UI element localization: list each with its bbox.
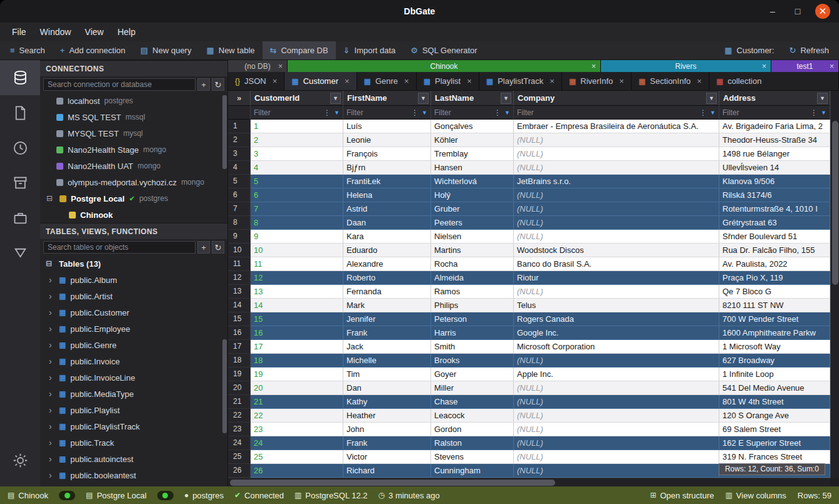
grid-cell[interactable]: Wichterlová bbox=[431, 175, 514, 188]
connections-search-input[interactable] bbox=[43, 78, 195, 91]
grid-cell[interactable]: 8 bbox=[251, 216, 343, 230]
grid-cell[interactable]: (NULL) bbox=[514, 464, 719, 478]
row-number[interactable]: 3 bbox=[228, 147, 251, 161]
grid-cell[interactable]: Bjƒrn bbox=[343, 161, 431, 175]
connections-scrollbar[interactable] bbox=[222, 95, 227, 169]
grid-cell[interactable]: (NULL) bbox=[514, 436, 719, 450]
add-table-icon-button[interactable]: + bbox=[197, 241, 210, 254]
grid-cell[interactable]: Banco do Brasil S.A. bbox=[514, 257, 719, 271]
table-item-public-customer[interactable]: ›▦public.Customer bbox=[40, 304, 227, 321]
grid-cell[interactable]: Philips bbox=[431, 299, 514, 312]
grid-cell[interactable]: Apple Inc. bbox=[514, 368, 719, 381]
table-item-public-autoinctest[interactable]: ›▦public.autoinctest bbox=[40, 451, 227, 467]
horizontal-scrollbar[interactable] bbox=[228, 478, 830, 486]
file-tab-playlisttrack[interactable]: ▦PlaylistTrack× bbox=[479, 72, 562, 90]
grid-cell[interactable]: FrantiŁek bbox=[343, 175, 431, 188]
connection-item[interactable]: MYSQL TESTmysql bbox=[40, 125, 227, 141]
chevron-right-icon[interactable]: › bbox=[49, 421, 55, 431]
file-tab-playlist[interactable]: ▦Playlist× bbox=[417, 72, 479, 90]
filter-input-lastname[interactable]: Filter⋮▼ bbox=[431, 106, 514, 120]
toolbar-import-data-button[interactable]: ⇓Import data bbox=[336, 41, 404, 59]
table-item-public-invoice[interactable]: ›▦public.Invoice bbox=[40, 353, 227, 369]
grid-cell[interactable]: 20 bbox=[251, 381, 343, 395]
grid-cell[interactable]: (NULL) bbox=[514, 285, 719, 299]
grid-cell[interactable]: 10 bbox=[251, 244, 343, 257]
grid-cell[interactable]: Daan bbox=[343, 216, 431, 230]
grid-cell[interactable]: Embraer - Empresa Brasileira de Aeronáut… bbox=[514, 120, 719, 133]
chevron-right-icon[interactable]: › bbox=[49, 405, 55, 415]
collapse-icon[interactable]: ⊟ bbox=[46, 194, 55, 203]
grid-cell[interactable]: (NULL) bbox=[514, 133, 719, 147]
grid-cell[interactable]: Smith bbox=[431, 340, 514, 354]
row-number[interactable]: 4 bbox=[228, 161, 251, 175]
file-tab-sectioninfo[interactable]: ▦SectionInfo× bbox=[632, 72, 709, 90]
grid-cell[interactable]: Martins bbox=[431, 244, 514, 257]
grid-cell[interactable]: (NULL) bbox=[514, 161, 719, 175]
table-item-public-track[interactable]: ›▦public.Track bbox=[40, 435, 227, 451]
row-number[interactable]: 17 bbox=[228, 340, 251, 354]
grid-cell[interactable]: (NULL) bbox=[514, 450, 719, 464]
chevron-down-icon[interactable]: ▼ bbox=[418, 93, 429, 104]
grid-cell[interactable]: Helena bbox=[343, 188, 431, 202]
minimize-button[interactable]: – bbox=[765, 4, 780, 19]
chevron-right-icon[interactable]: › bbox=[49, 389, 55, 399]
grid-cell[interactable]: Klanova 9/506 bbox=[719, 175, 830, 188]
grid-cell[interactable]: Peterson bbox=[431, 312, 514, 326]
filter-funnel-icon[interactable]: ▼ bbox=[334, 110, 340, 116]
grid-cell[interactable]: Theodor-Heuss-Straße 34 bbox=[719, 133, 830, 147]
grid-cell[interactable]: (NULL) bbox=[514, 216, 719, 230]
grid-cell[interactable]: John bbox=[343, 423, 431, 436]
grid-cell[interactable]: Luís bbox=[343, 120, 431, 133]
grid-cell[interactable]: 16 bbox=[251, 326, 343, 340]
grid-cell[interactable]: 26 bbox=[251, 464, 343, 478]
tables-search-input[interactable] bbox=[43, 241, 195, 254]
toolbar-sql-generator-button[interactable]: ⚙SQL Generator bbox=[403, 41, 484, 59]
row-number[interactable]: 8 bbox=[228, 216, 251, 230]
row-number[interactable]: 18 bbox=[228, 354, 251, 368]
statusbar-open-structure[interactable]: ⊞Open structure bbox=[650, 491, 714, 500]
grid-cell[interactable]: Köhler bbox=[431, 133, 514, 147]
toolbar-search-button[interactable]: ≡Search bbox=[3, 41, 53, 59]
filter-input-address[interactable]: Filter⋮▼ bbox=[719, 106, 830, 120]
row-number[interactable]: 12 bbox=[228, 271, 251, 285]
row-number[interactable]: 11 bbox=[228, 257, 251, 271]
close-icon[interactable]: × bbox=[404, 76, 409, 86]
row-number[interactable]: 10 bbox=[228, 244, 251, 257]
rail-archive-button[interactable] bbox=[0, 165, 40, 200]
grid-cell[interactable]: Rotenturmstraße 4, 1010 I bbox=[719, 202, 830, 216]
rail-files-button[interactable] bbox=[0, 95, 40, 130]
grid-cell[interactable]: 162 E Superior Street bbox=[719, 436, 830, 450]
close-icon[interactable]: × bbox=[762, 62, 766, 71]
maximize-button[interactable]: □ bbox=[790, 4, 805, 19]
rail-plugins-button[interactable] bbox=[0, 200, 40, 235]
grid-cell[interactable]: 21 bbox=[251, 395, 343, 409]
db-tab-chinook[interactable]: Chinook× bbox=[288, 60, 601, 72]
grid-cell[interactable]: Rilská 3174/6 bbox=[719, 188, 830, 202]
rail-filters-button[interactable] bbox=[0, 235, 40, 270]
tables-scrollbar[interactable] bbox=[222, 339, 227, 433]
connection-item[interactable]: localhostpostgres bbox=[40, 93, 227, 109]
grid-cell[interactable]: 1498 rue Bélanger bbox=[719, 147, 830, 161]
menu-dots-icon[interactable]: ⋮ bbox=[323, 108, 331, 117]
row-number[interactable]: 1 bbox=[228, 120, 251, 133]
row-number[interactable]: 9 bbox=[228, 230, 251, 244]
table-item-public-invoiceline[interactable]: ›▦public.InvoiceLine bbox=[40, 369, 227, 386]
grid-cell[interactable]: Tremblay bbox=[431, 147, 514, 161]
grid-cell[interactable]: Peeters bbox=[431, 216, 514, 230]
column-header-company[interactable]: Company▼ bbox=[514, 91, 719, 106]
chevron-right-icon[interactable]: › bbox=[49, 307, 55, 317]
grid-cell[interactable]: 1 bbox=[251, 120, 343, 133]
filter-input-firstname[interactable]: Filter⋮▼ bbox=[343, 106, 431, 120]
column-header-customerid[interactable]: CustomerId▼ bbox=[251, 91, 343, 106]
grid-cell[interactable]: Gruber bbox=[431, 202, 514, 216]
grid-cell[interactable]: (NULL) bbox=[514, 188, 719, 202]
row-number[interactable]: 19 bbox=[228, 368, 251, 381]
grid-cell[interactable]: 69 Salem Street bbox=[719, 423, 830, 436]
grid-cell[interactable]: 319 N. Frances Street bbox=[719, 450, 830, 464]
grid-cell[interactable]: 11 bbox=[251, 257, 343, 271]
filter-funnel-icon[interactable]: ▼ bbox=[710, 110, 716, 116]
row-number[interactable]: 14 bbox=[228, 299, 251, 312]
row-number[interactable]: 25 bbox=[228, 450, 251, 464]
grid-cell[interactable]: 24 bbox=[251, 436, 343, 450]
grid-cell[interactable]: 120 S Orange Ave bbox=[719, 409, 830, 423]
